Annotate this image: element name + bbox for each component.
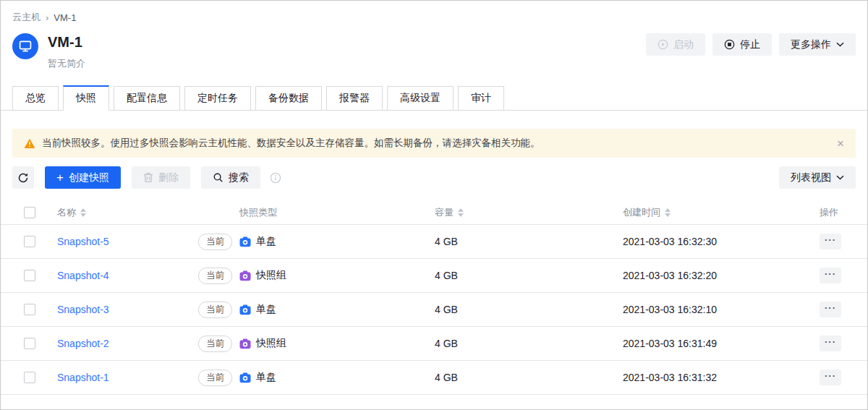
tab-backup-data[interactable]: 备份数据 xyxy=(255,86,322,110)
snapshot-name-link[interactable]: Snapshot-4 xyxy=(57,270,109,281)
more-actions-button[interactable]: 更多操作 xyxy=(779,33,856,56)
column-header-created[interactable]: 创建时间 xyxy=(623,206,809,219)
camera-icon xyxy=(239,236,251,247)
play-circle-icon xyxy=(658,39,668,50)
row-more-actions-button[interactable]: ··· xyxy=(820,268,841,283)
page-subtitle: 暂无简介 xyxy=(48,57,85,70)
breadcrumb-parent-link[interactable]: 云主机 xyxy=(12,11,41,24)
page-title: VM-1 xyxy=(48,33,85,51)
info-icon[interactable] xyxy=(270,172,281,184)
stop-circle-icon xyxy=(724,39,735,50)
start-button[interactable]: 启动 xyxy=(646,33,705,56)
snapshot-table: 名称 快照类型 容量 创建时间 操作 Snapshot-5 当前 xyxy=(1,201,867,395)
list-view-selector[interactable]: 列表视图 xyxy=(779,166,856,189)
close-icon[interactable]: × xyxy=(837,137,844,150)
tab-alarms[interactable]: 报警器 xyxy=(326,86,383,110)
capacity-value: 4 GB xyxy=(435,304,623,315)
snapshot-type-label: 单盘 xyxy=(256,235,276,248)
tab-config[interactable]: 配置信息 xyxy=(114,86,180,110)
refresh-icon xyxy=(17,172,29,184)
tab-audit[interactable]: 审计 xyxy=(458,86,504,110)
chevron-down-icon xyxy=(836,42,844,47)
start-button-label: 启动 xyxy=(673,38,694,51)
tab-snapshots[interactable]: 快照 xyxy=(63,85,109,111)
row-checkbox[interactable] xyxy=(24,304,35,315)
row-checkbox[interactable] xyxy=(24,270,35,281)
capacity-value: 4 GB xyxy=(435,338,623,349)
column-header-name-label: 名称 xyxy=(57,206,76,219)
column-header-capacity-label: 容量 xyxy=(435,206,454,219)
row-checkbox[interactable] xyxy=(24,372,35,383)
snapshot-type-label: 单盘 xyxy=(256,371,276,384)
warning-triangle-icon xyxy=(24,138,35,149)
refresh-button[interactable] xyxy=(12,166,34,189)
page-header: VM-1 暂无简介 启动 停止 更多操作 xyxy=(1,24,867,70)
sort-icon[interactable] xyxy=(458,208,464,217)
snapshot-name-link[interactable]: Snapshot-2 xyxy=(57,338,109,349)
snapshot-name-link[interactable]: Snapshot-3 xyxy=(57,304,109,315)
tab-scheduled-tasks[interactable]: 定时任务 xyxy=(184,86,251,110)
search-icon xyxy=(213,172,224,183)
snapshot-name-link[interactable]: Snapshot-5 xyxy=(57,236,109,247)
row-more-actions-button[interactable]: ··· xyxy=(820,302,841,317)
row-checkbox[interactable] xyxy=(24,338,35,349)
sort-icon[interactable] xyxy=(80,208,86,217)
snapshot-name-link[interactable]: Snapshot-1 xyxy=(57,372,109,383)
breadcrumb-current: VM-1 xyxy=(54,12,76,23)
row-checkbox[interactable] xyxy=(24,236,35,247)
column-header-created-label: 创建时间 xyxy=(623,206,660,219)
vm-monitor-icon xyxy=(12,33,38,59)
camera-icon xyxy=(239,372,251,383)
create-snapshot-button[interactable]: + 创建快照 xyxy=(45,166,121,189)
row-more-actions-button[interactable]: ··· xyxy=(820,370,841,385)
created-time-value: 2021-03-03 16:31:32 xyxy=(623,372,809,383)
current-badge: 当前 xyxy=(198,336,232,352)
camera-icon xyxy=(239,304,251,315)
snapshot-type-label: 快照组 xyxy=(256,269,286,282)
vm-detail-page: 云主机 › VM-1 VM-1 暂无简介 启动 xyxy=(0,0,868,410)
plus-icon: + xyxy=(56,171,64,184)
more-actions-label: 更多操作 xyxy=(791,38,831,51)
column-header-type-label: 快照类型 xyxy=(239,206,277,219)
stop-button[interactable]: 停止 xyxy=(712,33,772,56)
sort-icon[interactable] xyxy=(665,208,671,217)
header-actions: 启动 停止 更多操作 xyxy=(646,33,856,56)
select-all-checkbox[interactable] xyxy=(24,207,35,218)
capacity-value: 4 GB xyxy=(435,270,623,281)
current-badge: 当前 xyxy=(198,268,232,284)
column-header-capacity[interactable]: 容量 xyxy=(435,206,623,219)
camera-group-icon xyxy=(239,270,251,281)
table-header-row: 名称 快照类型 容量 创建时间 操作 xyxy=(1,201,867,225)
row-more-actions-button[interactable]: ··· xyxy=(820,336,841,351)
created-time-value: 2021-03-03 16:32:30 xyxy=(623,236,809,247)
tab-overview[interactable]: 总览 xyxy=(12,86,59,110)
delete-button-label: 删除 xyxy=(158,171,179,184)
table-row: Snapshot-5 当前 单盘 4 GB 2021-03-03 16:32:3… xyxy=(1,225,867,259)
tab-advanced-settings[interactable]: 高级设置 xyxy=(387,86,454,110)
trash-icon xyxy=(143,172,153,183)
column-header-type: 快照类型 xyxy=(239,206,435,219)
capacity-value: 4 GB xyxy=(435,236,623,247)
column-header-ops-label: 操作 xyxy=(820,206,838,219)
camera-group-icon xyxy=(239,338,251,349)
created-time-value: 2021-03-03 16:32:10 xyxy=(623,304,809,315)
breadcrumb: 云主机 › VM-1 xyxy=(1,1,867,24)
warning-banner: 当前快照较多。使用过多快照会影响云主机性能、数据安全以及主存储容量。如需长期备份… xyxy=(12,129,856,158)
column-header-ops: 操作 xyxy=(809,206,867,219)
chevron-down-icon xyxy=(836,175,844,180)
row-more-actions-button[interactable]: ··· xyxy=(820,234,841,249)
snapshot-type-label: 单盘 xyxy=(256,303,276,316)
search-button[interactable]: 搜索 xyxy=(201,166,260,189)
snapshot-type-label: 快照组 xyxy=(256,337,286,350)
capacity-value: 4 GB xyxy=(435,372,623,383)
current-badge: 当前 xyxy=(198,370,232,386)
current-badge: 当前 xyxy=(198,234,232,250)
column-header-name[interactable]: 名称 xyxy=(57,206,198,219)
breadcrumb-separator-icon: › xyxy=(46,12,48,23)
warning-banner-text: 当前快照较多。使用过多快照会影响云主机性能、数据安全以及主存储容量。如需长期备份… xyxy=(42,137,540,150)
search-button-label: 搜索 xyxy=(229,171,249,184)
delete-button[interactable]: 删除 xyxy=(132,166,190,189)
create-snapshot-label: 创建快照 xyxy=(69,171,109,184)
table-row: Snapshot-1 当前 单盘 4 GB 2021-03-03 16:31:3… xyxy=(1,361,867,395)
stop-button-label: 停止 xyxy=(740,38,760,51)
